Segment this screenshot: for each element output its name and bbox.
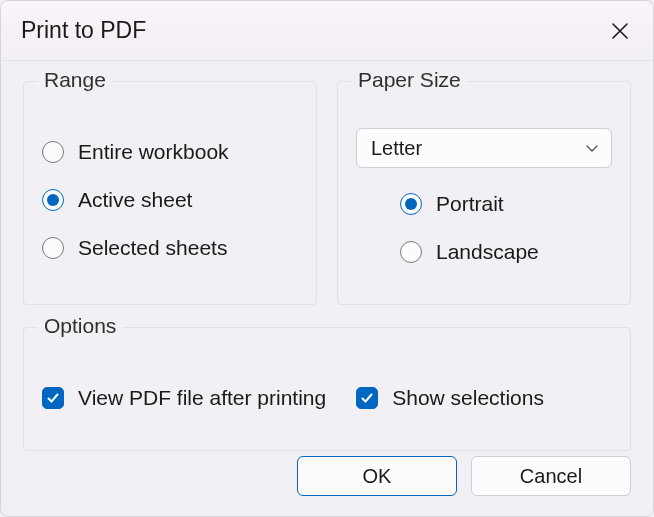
close-button[interactable]	[605, 16, 635, 46]
ok-button[interactable]: OK	[297, 456, 457, 496]
cancel-button[interactable]: Cancel	[471, 456, 631, 496]
paper-size-legend: Paper Size	[352, 68, 467, 92]
button-bar: OK Cancel	[297, 456, 631, 496]
checkbox-label: Show selections	[392, 386, 544, 410]
radio-icon	[42, 237, 64, 259]
titlebar: Print to PDF	[1, 1, 653, 61]
options-legend: Options	[38, 314, 122, 338]
orientation-landscape[interactable]: Landscape	[400, 228, 612, 276]
range-legend: Range	[38, 68, 112, 92]
dialog-print-to-pdf: Print to PDF Range Entire workbook Activ…	[0, 0, 654, 517]
checkbox-label: View PDF file after printing	[78, 386, 326, 410]
radio-label: Entire workbook	[78, 140, 229, 164]
dialog-title: Print to PDF	[21, 17, 146, 44]
range-selected-sheets[interactable]: Selected sheets	[42, 224, 298, 272]
radio-label: Landscape	[436, 240, 539, 264]
radio-icon	[400, 241, 422, 263]
range-active-sheet[interactable]: Active sheet	[42, 176, 298, 224]
checkbox-icon	[356, 387, 378, 409]
chevron-down-icon	[585, 141, 599, 155]
paper-size-dropdown[interactable]: Letter	[356, 128, 612, 168]
radio-label: Active sheet	[78, 188, 192, 212]
paper-size-value: Letter	[371, 137, 422, 160]
paper-size-fieldset: Paper Size Letter Portrait Landscape	[337, 81, 631, 305]
options-fieldset: Options View PDF file after printing Sho…	[23, 327, 631, 451]
dialog-content: Range Entire workbook Active sheet Selec…	[1, 61, 653, 451]
option-show-selections[interactable]: Show selections	[356, 374, 544, 422]
option-view-pdf-after[interactable]: View PDF file after printing	[42, 374, 326, 422]
orientation-portrait[interactable]: Portrait	[400, 180, 612, 228]
range-fieldset: Range Entire workbook Active sheet Selec…	[23, 81, 317, 305]
radio-label: Selected sheets	[78, 236, 227, 260]
radio-icon	[42, 141, 64, 163]
top-row: Range Entire workbook Active sheet Selec…	[23, 81, 631, 305]
button-label: OK	[363, 465, 392, 488]
radio-icon	[400, 193, 422, 215]
radio-label: Portrait	[436, 192, 504, 216]
checkbox-icon	[42, 387, 64, 409]
options-row: View PDF file after printing Show select…	[42, 374, 612, 422]
close-icon	[611, 22, 629, 40]
button-label: Cancel	[520, 465, 582, 488]
range-entire-workbook[interactable]: Entire workbook	[42, 128, 298, 176]
radio-icon	[42, 189, 64, 211]
orientation-options: Portrait Landscape	[356, 180, 612, 276]
